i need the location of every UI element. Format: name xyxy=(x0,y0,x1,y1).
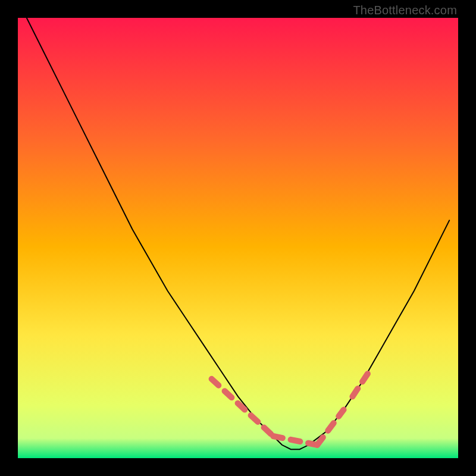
highlight-dash xyxy=(352,370,370,396)
highlight-dash xyxy=(317,410,343,445)
highlight-dash xyxy=(212,379,274,436)
chart-plot-area xyxy=(18,18,458,458)
attribution-text: TheBottleneck.com xyxy=(353,4,457,17)
highlight-dash xyxy=(273,436,317,445)
curve-highlight-dashes xyxy=(212,370,370,445)
bottleneck-curve xyxy=(27,18,449,449)
chart-curve-layer xyxy=(18,18,458,458)
